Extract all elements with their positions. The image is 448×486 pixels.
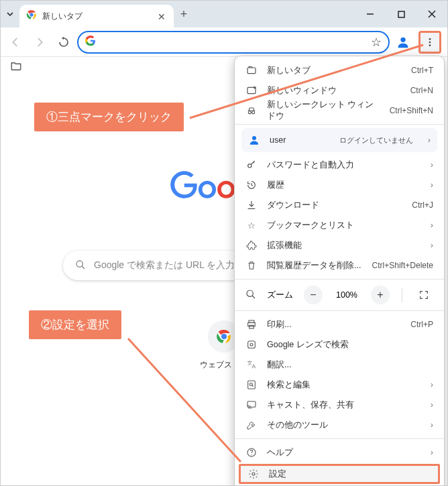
menu-user-row[interactable]: user ログインしていません › xyxy=(241,128,437,152)
chevron-right-icon: › xyxy=(431,180,433,190)
chrome-menu: 新しいタブ Ctrl+T 新しいウィンドウ Ctrl+N 新しいシークレット ウ… xyxy=(234,56,445,486)
toolbar: ☆ xyxy=(1,27,447,57)
svg-rect-12 xyxy=(247,68,256,74)
find-icon xyxy=(245,379,258,390)
tab-title: 新しいタブ xyxy=(42,11,152,22)
callout-2: ②設定を選択 xyxy=(29,310,121,339)
menu-more-tools[interactable]: その他のツール › xyxy=(235,415,444,435)
new-tab-button[interactable]: + xyxy=(174,7,194,21)
svg-point-16 xyxy=(252,136,256,140)
folder-icon[interactable] xyxy=(10,60,22,75)
svg-point-5 xyxy=(429,38,431,40)
svg-point-24 xyxy=(250,343,253,346)
maximize-button[interactable] xyxy=(386,1,416,27)
chevron-right-icon: › xyxy=(428,135,431,145)
minimize-button[interactable] xyxy=(355,1,386,27)
chevron-right-icon: › xyxy=(431,400,433,410)
zoom-icon xyxy=(245,289,258,302)
search-icon xyxy=(75,259,86,272)
svg-point-4 xyxy=(400,37,405,42)
menu-translate[interactable]: 翻訳... xyxy=(235,355,444,375)
svg-point-14 xyxy=(248,111,251,114)
zoom-level: 100% xyxy=(332,290,361,300)
lens-icon xyxy=(245,339,258,350)
svg-point-8 xyxy=(76,261,82,267)
svg-rect-23 xyxy=(248,341,256,349)
svg-line-19 xyxy=(252,296,255,298)
new-tab-icon xyxy=(245,65,258,76)
svg-point-29 xyxy=(251,454,251,455)
callout-1: ①三点マークをクリック xyxy=(34,103,184,131)
menu-bookmarks[interactable]: ☆ ブックマークとリスト › xyxy=(235,215,444,235)
user-icon xyxy=(248,134,260,146)
window-controls xyxy=(355,1,447,27)
download-icon xyxy=(245,200,258,210)
svg-point-1 xyxy=(30,13,33,16)
chevron-right-icon: › xyxy=(431,241,433,250)
tabs-dropdown[interactable] xyxy=(1,10,19,18)
translate-icon xyxy=(245,359,258,370)
svg-rect-27 xyxy=(247,402,256,408)
menu-help[interactable]: ヘルプ › xyxy=(235,442,444,463)
menu-clear-data[interactable]: 閲覧履歴データを削除... Ctrl+Shift+Delete xyxy=(235,255,444,276)
menu-history[interactable]: 履歴 › xyxy=(235,175,444,195)
zoom-in-button[interactable]: + xyxy=(371,286,390,304)
svg-point-30 xyxy=(252,473,255,475)
profile-avatar[interactable] xyxy=(392,32,414,53)
incognito-icon xyxy=(245,105,258,116)
chrome-menu-button[interactable] xyxy=(418,31,441,54)
svg-point-17 xyxy=(248,164,251,168)
puzzle-icon xyxy=(245,240,258,251)
svg-rect-25 xyxy=(248,381,256,389)
svg-point-15 xyxy=(252,111,255,114)
address-input[interactable] xyxy=(101,37,366,48)
chevron-right-icon: › xyxy=(431,420,433,430)
back-button[interactable] xyxy=(5,32,26,53)
bookmark-star-icon[interactable]: ☆ xyxy=(371,35,382,50)
svg-point-7 xyxy=(429,44,431,46)
omnibox[interactable]: ☆ xyxy=(77,31,390,54)
tab-close-icon[interactable]: ✕ xyxy=(158,11,167,21)
trash-icon xyxy=(245,260,258,271)
svg-line-9 xyxy=(82,266,85,269)
print-icon xyxy=(245,319,258,330)
menu-zoom-row: ズーム − 100% + xyxy=(235,283,444,307)
svg-point-18 xyxy=(247,290,253,296)
menu-find[interactable]: 検索と編集 › xyxy=(235,375,444,395)
gear-icon xyxy=(247,469,260,479)
chevron-right-icon: › xyxy=(431,380,433,389)
zoom-out-button[interactable]: − xyxy=(304,286,323,304)
menu-lens[interactable]: Google レンズで検索 xyxy=(235,335,444,355)
menu-print[interactable]: 印刷... Ctrl+P xyxy=(235,314,444,335)
reload-button[interactable] xyxy=(53,32,74,53)
chevron-right-icon: › xyxy=(431,221,433,230)
svg-rect-22 xyxy=(249,325,254,328)
search-placeholder: Google で検索または URL を入力 xyxy=(94,259,235,271)
chevron-right-icon: › xyxy=(431,160,433,170)
browser-tab[interactable]: 新しいタブ ✕ xyxy=(19,5,174,27)
google-g-icon xyxy=(85,36,96,49)
svg-rect-3 xyxy=(398,11,404,17)
chrome-favicon-icon xyxy=(26,9,37,23)
svg-point-6 xyxy=(429,41,431,43)
menu-extensions[interactable]: 拡張機能 › xyxy=(235,235,444,255)
menu-settings[interactable]: 設定 xyxy=(239,464,440,484)
key-icon xyxy=(245,160,258,170)
menu-new-tab[interactable]: 新しいタブ Ctrl+T xyxy=(235,60,444,80)
fullscreen-button[interactable] xyxy=(414,286,433,304)
titlebar: 新しいタブ ✕ + xyxy=(1,1,447,27)
menu-downloads[interactable]: ダウンロード Ctrl+J xyxy=(235,195,444,215)
svg-point-11 xyxy=(221,334,227,339)
menu-new-incognito[interactable]: 新しいシークレット ウィンドウ Ctrl+Shift+N xyxy=(235,101,444,121)
menu-passwords[interactable]: パスワードと自動入力 › xyxy=(235,155,444,175)
history-icon xyxy=(245,180,258,190)
chevron-right-icon: › xyxy=(431,448,433,457)
close-window-button[interactable] xyxy=(416,1,447,27)
cast-icon xyxy=(245,400,258,410)
star-icon: ☆ xyxy=(245,221,258,231)
forward-button[interactable] xyxy=(29,32,50,53)
tools-icon xyxy=(245,420,258,430)
help-icon xyxy=(245,447,258,458)
menu-cast[interactable]: キャスト、保存、共有 › xyxy=(235,395,444,415)
menu-new-window[interactable]: 新しいウィンドウ Ctrl+N xyxy=(235,80,444,101)
